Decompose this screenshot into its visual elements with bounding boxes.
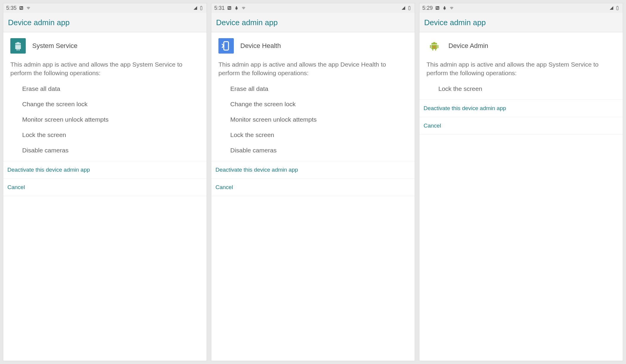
page-title: Device admin app bbox=[216, 18, 410, 27]
svg-rect-8 bbox=[224, 42, 228, 50]
operations-list: Erase all data Change the screen lock Mo… bbox=[218, 81, 408, 158]
page-header: Device admin app bbox=[419, 13, 623, 32]
cancel-button[interactable]: Cancel bbox=[3, 179, 207, 196]
status-bar: 5:35 bbox=[3, 3, 207, 13]
description-text: This admin app is active and allows the … bbox=[427, 60, 616, 78]
app-name-label: Device Admin bbox=[448, 42, 488, 50]
cancel-button[interactable]: Cancel bbox=[211, 179, 415, 196]
deactivate-button[interactable]: Deactivate this device admin app bbox=[211, 161, 415, 179]
operation-item: Lock the screen bbox=[438, 81, 616, 96]
svg-rect-7 bbox=[409, 6, 410, 6]
page-header: Device admin app bbox=[211, 13, 415, 32]
signal-icon bbox=[401, 6, 406, 10]
clock-time: 5:29 bbox=[422, 5, 433, 11]
status-bar: 5:29 bbox=[419, 3, 623, 13]
operation-item: Lock the screen bbox=[230, 127, 408, 143]
description-text: This admin app is active and allows the … bbox=[10, 60, 199, 78]
operation-item: Monitor screen unlock attempts bbox=[22, 112, 199, 127]
bug-icon bbox=[442, 6, 447, 10]
operation-item: Monitor screen unlock attempts bbox=[230, 112, 408, 127]
status-bar: 5:31 bbox=[211, 3, 415, 13]
svg-rect-1 bbox=[200, 7, 202, 10]
wifi-icon bbox=[449, 6, 454, 10]
phone-screen-1: 5:35 Device admin app System Service Thi… bbox=[3, 3, 207, 361]
svg-point-5 bbox=[236, 6, 237, 7]
phone-screen-3: 5:29 Device admin app Device Admin This … bbox=[419, 3, 623, 361]
content-area: System Service This admin app is active … bbox=[3, 32, 207, 161]
wifi-icon bbox=[26, 6, 31, 10]
signal-icon bbox=[193, 6, 198, 10]
clock-time: 5:31 bbox=[214, 5, 225, 11]
n-box-icon bbox=[19, 6, 24, 10]
operation-item: Erase all data bbox=[22, 81, 199, 96]
app-icon-device-health bbox=[218, 38, 234, 54]
svg-point-4 bbox=[236, 7, 238, 9]
cancel-button[interactable]: Cancel bbox=[419, 117, 623, 135]
battery-icon bbox=[615, 6, 620, 10]
app-row: System Service bbox=[10, 38, 199, 54]
svg-rect-12 bbox=[617, 7, 618, 10]
bug-icon bbox=[234, 6, 239, 10]
n-box-icon bbox=[227, 6, 232, 10]
app-name-label: Device Health bbox=[240, 42, 281, 50]
signal-icon bbox=[609, 6, 614, 10]
app-icon-system-service bbox=[10, 38, 26, 54]
operation-item: Change the screen lock bbox=[22, 96, 199, 112]
battery-icon bbox=[407, 6, 412, 10]
content-area: Device Health This admin app is active a… bbox=[211, 32, 415, 161]
phone-screen-2: 5:31 Device admin app Device Health This… bbox=[211, 3, 415, 361]
svg-point-11 bbox=[444, 6, 445, 7]
operation-item: Lock the screen bbox=[22, 127, 199, 143]
operation-item: Disable cameras bbox=[22, 143, 199, 158]
app-row: Device Health bbox=[218, 38, 408, 54]
app-name-label: System Service bbox=[32, 42, 78, 50]
svg-rect-13 bbox=[617, 6, 618, 6]
svg-rect-14 bbox=[433, 46, 436, 48]
app-icon-device-admin bbox=[427, 38, 442, 54]
svg-rect-2 bbox=[201, 6, 202, 6]
content-area: Device Admin This admin app is active an… bbox=[419, 32, 623, 100]
n-box-icon bbox=[435, 6, 440, 10]
app-row: Device Admin bbox=[427, 38, 616, 54]
description-text: This admin app is active and allows the … bbox=[218, 60, 408, 78]
battery-icon bbox=[199, 6, 204, 10]
operations-list: Lock the screen bbox=[427, 81, 616, 96]
wifi-icon bbox=[241, 6, 246, 10]
page-title: Device admin app bbox=[424, 18, 618, 27]
page-header: Device admin app bbox=[3, 13, 207, 32]
svg-rect-6 bbox=[408, 7, 410, 10]
page-title: Device admin app bbox=[8, 18, 202, 27]
clock-time: 5:35 bbox=[6, 5, 17, 11]
operation-item: Disable cameras bbox=[230, 143, 408, 158]
operation-item: Erase all data bbox=[230, 81, 408, 96]
svg-point-10 bbox=[444, 7, 446, 9]
operations-list: Erase all data Change the screen lock Mo… bbox=[10, 81, 199, 158]
deactivate-button[interactable]: Deactivate this device admin app bbox=[419, 100, 623, 117]
deactivate-button[interactable]: Deactivate this device admin app bbox=[3, 161, 207, 179]
operation-item: Change the screen lock bbox=[230, 96, 408, 112]
